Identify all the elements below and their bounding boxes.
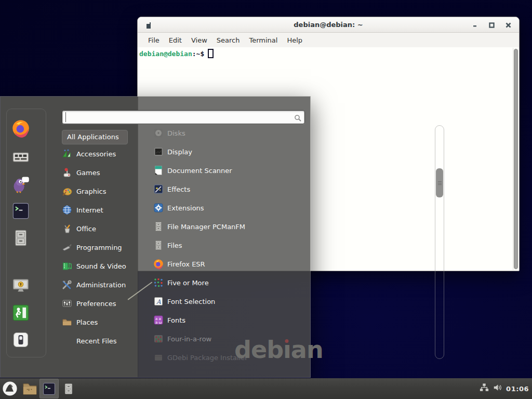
category-label: Sound & Video [76, 262, 126, 270]
app-font-selection[interactable]: A Font Selection [153, 292, 294, 311]
app-five-or-more[interactable]: Five or More [153, 273, 294, 292]
category-label: Accessories [76, 150, 116, 158]
disks-icon [153, 128, 164, 138]
app-label: Fonts [167, 316, 185, 324]
gdebi-icon [153, 352, 164, 363]
terminal-app-icon [42, 382, 56, 396]
app-disks[interactable]: Disks [153, 124, 294, 142]
taskbar-file-manager-button[interactable] [20, 379, 39, 398]
menu-help[interactable]: Help [282, 36, 307, 44]
menu-search[interactable]: Search [212, 36, 245, 44]
category-recent-files[interactable]: Recent Files [62, 331, 138, 350]
app-firefox-esr[interactable]: Firefox ESR [153, 255, 294, 273]
taskbar-clock[interactable]: 01:06 [506, 385, 529, 393]
search-icon [294, 114, 301, 121]
category-preferences[interactable]: Preferences [62, 294, 138, 313]
fonts-icon: a a a ω [153, 315, 164, 325]
menu-scrollbar-thumb[interactable] [436, 168, 443, 197]
minimize-button[interactable] [472, 22, 478, 29]
category-internet[interactable]: Internet [62, 201, 138, 219]
search-input[interactable] [65, 112, 289, 122]
taskbar-menu-button[interactable] [0, 379, 20, 398]
app-file-manager-pcmanfm[interactable]: File Manager PCManFM [153, 217, 294, 236]
menu-edit[interactable]: Edit [164, 36, 187, 44]
close-button[interactable] [505, 22, 512, 29]
app-label: Files [167, 242, 182, 249]
category-administration[interactable]: Administration [62, 275, 138, 294]
file-cabinet-icon [62, 382, 75, 396]
app-files[interactable]: Files [153, 236, 294, 255]
app-fonts[interactable]: a a a ω Fonts [153, 311, 294, 329]
sidebar-item-pidgin[interactable] [11, 175, 30, 193]
app-label: Effects [167, 185, 190, 193]
app-label: Document Scanner [167, 167, 232, 175]
maximize-button[interactable] [488, 22, 495, 29]
category-office[interactable]: Office [62, 219, 138, 238]
taskbar-files-button[interactable] [59, 379, 78, 398]
menu-file[interactable]: File [143, 36, 164, 44]
app-gdebi[interactable]: GDebi Package Installer [153, 348, 294, 367]
app-display[interactable]: Display [153, 142, 294, 161]
file-cabinet-icon [11, 229, 30, 247]
category-graphics[interactable]: Graphics [62, 182, 138, 201]
sidebar-item-firefox[interactable] [11, 119, 30, 138]
file-cabinet-icon [153, 221, 164, 232]
category-label: Graphics [76, 188, 106, 195]
terminal-titlebar[interactable]: debian@debian: ~ [138, 17, 519, 33]
app-label: Font Selection [167, 298, 215, 305]
terminal-scrollbar-thumb[interactable] [514, 49, 518, 269]
category-label: Preferences [76, 300, 116, 308]
effects-icon [153, 184, 164, 194]
shell-prompt: debian@debian:~$ [139, 49, 214, 59]
sidebar-item-terminal[interactable] [11, 202, 30, 220]
lock-screen-icon [11, 276, 30, 295]
sidebar-item-lock-screen[interactable] [11, 276, 30, 295]
menu-terminal[interactable]: Terminal [244, 36, 282, 44]
category-label: Programming [76, 244, 122, 251]
category-label: Places [76, 318, 98, 326]
menu-scrollbar[interactable] [435, 125, 444, 359]
category-accessories[interactable]: Accessories [62, 144, 138, 163]
app-document-scanner[interactable]: Document Scanner [153, 161, 294, 180]
volume-tray-icon[interactable] [493, 383, 502, 394]
category-label: Internet [76, 206, 103, 214]
pidgin-icon [11, 175, 30, 193]
blank-icon [62, 336, 72, 346]
app-label: Disks [167, 129, 185, 137]
category-all-applications[interactable]: All Applications [62, 130, 128, 144]
app-label: Firefox ESR [167, 260, 205, 268]
app-effects[interactable]: Effects [153, 180, 294, 198]
menu-view[interactable]: View [187, 36, 212, 44]
menu-search-bar [62, 110, 305, 124]
places-icon [62, 317, 72, 327]
taskbar-terminal-button[interactable] [39, 379, 59, 398]
terminal-scrollbar[interactable] [513, 48, 518, 270]
app-label: Display [167, 148, 192, 156]
category-sound-video[interactable]: Sound & Video [62, 257, 138, 275]
games-icon [62, 167, 72, 178]
category-games[interactable]: Games [62, 163, 138, 182]
sidebar-item-keyboard[interactable] [11, 148, 30, 166]
logout-icon [11, 303, 30, 322]
category-label: Recent Files [76, 337, 117, 345]
display-icon [153, 147, 164, 157]
sidebar-item-shutdown[interactable] [11, 330, 30, 349]
network-tray-icon[interactable] [480, 383, 489, 394]
scanner-icon [153, 165, 164, 176]
keyboard-icon [11, 148, 30, 166]
extensions-icon [153, 203, 164, 213]
sidebar-item-file-manager[interactable] [11, 229, 30, 247]
menu-logo-icon [2, 381, 18, 396]
file-cabinet-icon [153, 240, 164, 250]
app-four-in-a-row[interactable]: Four-in-a-row [153, 329, 294, 348]
app-label: Extensions [167, 204, 204, 212]
sound-video-icon [62, 261, 72, 271]
svg-text:A: A [156, 298, 161, 305]
category-places[interactable]: Places [62, 313, 138, 331]
category-programming[interactable]: Programming [62, 238, 138, 257]
window-title: debian@debian: ~ [138, 21, 519, 29]
office-icon [62, 223, 72, 234]
sidebar-item-logout[interactable] [11, 303, 30, 322]
category-label: Office [76, 225, 96, 233]
app-extensions[interactable]: Extensions [153, 198, 294, 217]
